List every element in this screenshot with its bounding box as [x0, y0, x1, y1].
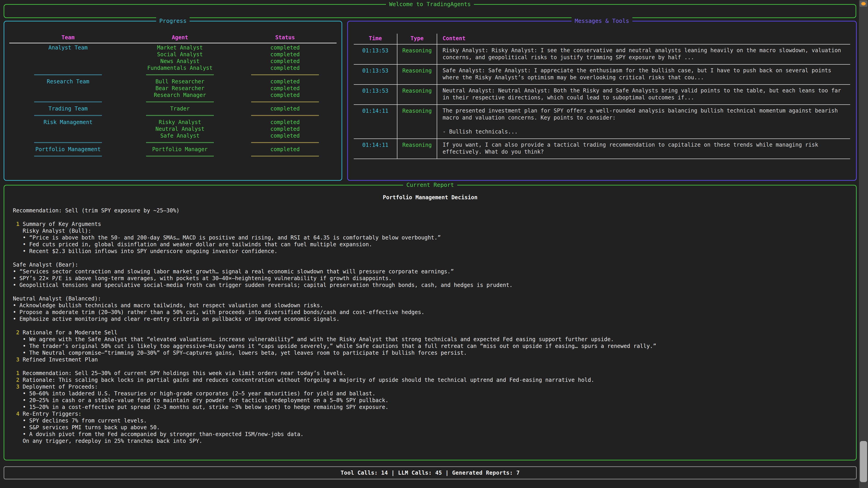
message-type: Reasoning [397, 139, 437, 159]
status-separator-line [251, 115, 319, 116]
agent-separator-line [146, 115, 214, 116]
report-line: • The trader’s original 50% cut is likel… [13, 343, 847, 350]
progress-row: News Analystcompleted [9, 58, 337, 65]
report-line: 3 Deployment of Proceeds: [13, 383, 847, 390]
report-line: 2 Rationale for a Moderate Sell [13, 329, 847, 336]
team-cell: Research Team [9, 78, 127, 85]
scroll-indicator-dot [861, 2, 866, 5]
team-cell [9, 132, 127, 139]
team-separator-line [34, 142, 102, 143]
report-line: 1 Summary of Key Arguments [13, 221, 847, 228]
report-line-number: 2 [16, 377, 19, 383]
status-cell: completed [233, 105, 337, 112]
team-separator-line [34, 101, 102, 102]
agent-cell: Market Analyst [127, 44, 233, 51]
agent-cell: Research Manager [127, 92, 233, 98]
progress-table-header: Team Agent Status [9, 34, 337, 41]
welcome-title: Welcome to TradingAgents [386, 1, 474, 8]
message-content: Neutral Analyst: Neutral Analyst: Both t… [437, 85, 850, 105]
report-panel: Current Report Portfolio Management Deci… [4, 185, 857, 460]
footer-stats-bar: Tool Calls: 14 | LLM Calls: 45 | Generat… [4, 466, 857, 480]
header-rule [9, 43, 337, 43]
report-line: Neutral Analyst (Balanced): [13, 295, 847, 302]
scrollbar-top-button[interactable] [860, 0, 867, 7]
report-line: 1 Recommendation: Sell 25–30% of current… [13, 370, 847, 377]
team-cell [9, 92, 127, 98]
team-cell: Portfolio Management [9, 146, 127, 153]
col-header-team: Team [9, 34, 127, 41]
report-line [13, 322, 847, 329]
team-cell: Trading Team [9, 105, 127, 112]
agent-cell: Portfolio Manager [127, 146, 233, 153]
status-separator-line [251, 101, 319, 102]
report-line: • SPY declines 7% from current levels. [13, 417, 847, 424]
team-cell: Risk Management [9, 119, 127, 126]
team-separator-line [34, 156, 102, 157]
scrollbar-thumb[interactable] [860, 441, 867, 482]
message-time: 01:13:53 [354, 44, 397, 65]
report-line: 4 Re-Entry Triggers: [13, 411, 847, 417]
progress-panel: Progress Team Agent Status Analyst TeamM… [4, 21, 342, 181]
agent-separator-line [146, 74, 214, 75]
team-cell [9, 126, 127, 132]
agent-cell: Risky Analyst [127, 119, 233, 126]
group-separator [9, 98, 337, 105]
status-cell: completed [233, 85, 337, 92]
agent-cell: Safe Analyst [127, 132, 233, 139]
progress-row: Bear Researchercompleted [9, 85, 337, 92]
message-content: The presented investment plan for SPY of… [437, 105, 850, 139]
report-line: 3 Refined Investment Plan [13, 356, 847, 363]
status-cell: completed [233, 126, 337, 132]
message-time: 01:14:11 [354, 139, 397, 159]
agent-separator-line [146, 142, 214, 143]
progress-row: Research Managercompleted [9, 92, 337, 98]
group-separator [9, 153, 337, 160]
report-line: • Acknowledge bullish technicals and mac… [13, 302, 847, 309]
team-separator-line [34, 74, 102, 75]
progress-panel-title: Progress [156, 18, 190, 25]
report-line: • SPY’s 22× P/E is above long-term avera… [13, 275, 847, 282]
progress-row: Research TeamBull Researchercompleted [9, 78, 337, 85]
report-heading: Portfolio Management Decision [4, 194, 856, 201]
progress-table: Team Agent Status Analyst TeamMarket Ana… [4, 22, 342, 160]
agent-cell: Social Analyst [127, 51, 233, 58]
message-type: Reasoning [397, 105, 437, 139]
status-cell: completed [233, 78, 337, 85]
team-separator-line [34, 115, 102, 116]
team-cell [9, 85, 127, 92]
report-line-number: 4 [16, 411, 19, 417]
app-window: Welcome to TradingAgents Progress Team A… [0, 0, 868, 488]
report-line: Recommendation: Sell (trim SPY exposure … [13, 207, 847, 214]
progress-row: Risk ManagementRisky Analystcompleted [9, 119, 337, 126]
col-header-content: Content [437, 34, 850, 44]
agent-separator-line [146, 156, 214, 157]
report-body[interactable]: Recommendation: Sell (trim SPY exposure … [4, 201, 856, 445]
team-cell [9, 51, 127, 58]
progress-row: Portfolio ManagementPortfolio Managercom… [9, 146, 337, 153]
team-cell: Analyst Team [9, 44, 127, 51]
report-line: • “Services sector contraction and slowi… [13, 268, 847, 275]
report-line [13, 255, 847, 261]
agent-cell: Fundamentals Analyst [127, 65, 233, 71]
status-cell: completed [233, 51, 337, 58]
report-line: On any trigger, redeploy in 25% tranches… [13, 437, 847, 445]
report-line: Risky Analyst (Bull): [13, 228, 847, 234]
team-cell [9, 58, 127, 65]
status-separator-line [251, 74, 319, 75]
footer-stats-text: Tool Calls: 14 | LLM Calls: 45 | Generat… [341, 470, 520, 476]
group-separator [9, 139, 337, 146]
message-type: Reasoning [397, 65, 437, 85]
report-line: • 50–60% into laddered U.S. Treasuries o… [13, 390, 847, 397]
report-line: • Emphasize active monitoring and clear … [13, 316, 847, 322]
progress-table-body: Analyst TeamMarket AnalystcompletedSocia… [9, 44, 337, 160]
messages-table[interactable]: Time Type Content 01:13:53ReasoningRisky… [354, 34, 850, 159]
message-content: If you want, I can also provide a tactic… [437, 139, 850, 159]
report-line: Safe Analyst (Bear): [13, 261, 847, 268]
report-line: • 15–20% in a cost-effective put spread … [13, 404, 847, 411]
message-time: 01:14:11 [354, 105, 397, 139]
status-cell: completed [233, 132, 337, 139]
report-line-number: 1 [16, 370, 19, 377]
scrollbar[interactable] [859, 0, 868, 488]
col-header-time: Time [354, 34, 397, 44]
agent-cell: Bull Researcher [127, 78, 233, 85]
